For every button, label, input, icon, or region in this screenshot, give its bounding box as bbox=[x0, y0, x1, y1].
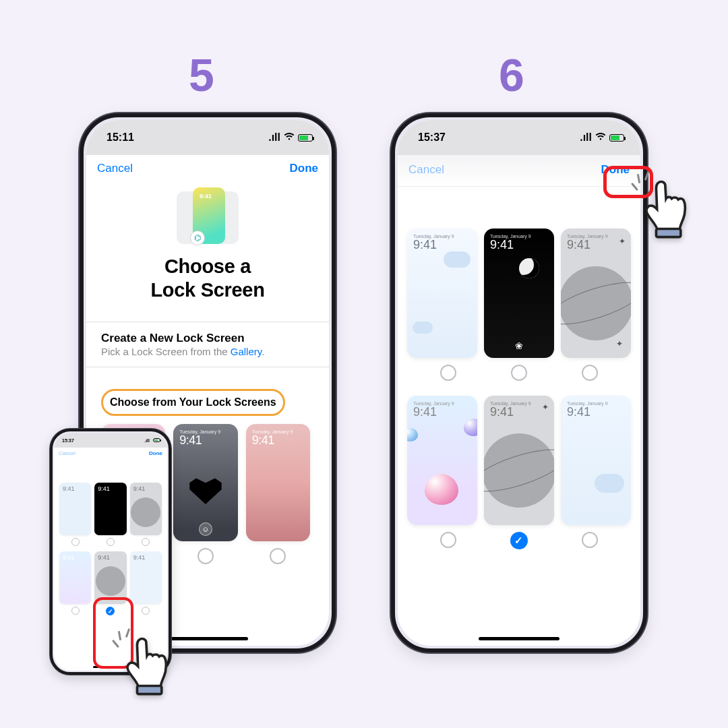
step-number-5: 5 bbox=[189, 49, 214, 101]
cancel-button[interactable]: Cancel bbox=[408, 163, 444, 177]
choose-from-lockscreens-label: Choose from Your Lock Screens bbox=[101, 389, 285, 416]
cancel-button[interactable]: Cancel bbox=[97, 162, 133, 175]
radio-unselected[interactable] bbox=[142, 538, 150, 546]
hero: 9:41 ⌬ Choose a Lock Screen bbox=[86, 183, 329, 312]
wallpaper-thumb-selected[interactable]: Tuesday, January 99:41 ✦ bbox=[484, 396, 554, 525]
emoji-icon: ☺ bbox=[199, 522, 212, 536]
wallpaper-thumb[interactable]: Tuesday, January 99:41 bbox=[407, 229, 477, 358]
done-button[interactable]: Done bbox=[149, 450, 162, 456]
wallpaper-thumb[interactable]: Tuesday, January 99:41 bbox=[561, 396, 631, 525]
nav-bar: Cancel Done bbox=[398, 155, 640, 187]
wallpaper-thumb[interactable]: 9:41 bbox=[59, 483, 91, 535]
wallpaper-thumb[interactable]: Tuesday, January 99:41 ✦ ✦ bbox=[561, 229, 631, 358]
radio-unselected[interactable] bbox=[511, 365, 527, 381]
radio-unselected[interactable] bbox=[582, 532, 598, 548]
battery-icon bbox=[153, 438, 160, 442]
nav-bar: Cancel Done bbox=[86, 155, 329, 183]
step-number-6: 6 bbox=[499, 49, 524, 101]
done-button[interactable]: Done bbox=[601, 163, 630, 177]
create-section: Create a New Lock Screen Pick a Lock Scr… bbox=[86, 322, 329, 357]
gallery-link[interactable]: Gallery bbox=[231, 346, 262, 357]
cancel-button[interactable]: Cancel bbox=[59, 450, 75, 456]
status-bar: 15:11 .ıll bbox=[86, 120, 329, 155]
radio-unselected[interactable] bbox=[582, 365, 598, 381]
home-indicator bbox=[167, 637, 248, 640]
wallpaper-grid: Tuesday, January 99:41 Tuesday, January … bbox=[407, 229, 631, 358]
radio-unselected[interactable] bbox=[270, 548, 286, 564]
radio-unselected[interactable] bbox=[198, 548, 214, 564]
radio-unselected[interactable] bbox=[71, 538, 80, 546]
wallpaper-thumb[interactable]: 9:41 bbox=[59, 551, 91, 604]
paw-icon: ❀ bbox=[515, 340, 523, 351]
battery-icon bbox=[609, 134, 624, 142]
home-indicator bbox=[479, 637, 559, 640]
hero-cards-icon: 9:41 ⌬ bbox=[174, 187, 241, 244]
status-time: 15:37 bbox=[418, 131, 446, 144]
signal-icon: .ıll bbox=[580, 131, 592, 144]
wallpaper-thumb[interactable]: Tuesday, January 99:41 ❀ bbox=[484, 229, 554, 358]
status-bar: 15:37 .ıll bbox=[398, 120, 640, 155]
battery-icon bbox=[298, 134, 313, 142]
radio-unselected[interactable] bbox=[107, 538, 115, 546]
create-title: Create a New Lock Screen bbox=[101, 332, 314, 345]
wallpaper-thumb-selected[interactable]: 9:41 bbox=[94, 551, 126, 604]
svg-rect-0 bbox=[137, 686, 161, 694]
wallpaper-thumb[interactable]: 9:41 bbox=[130, 551, 162, 604]
create-subtitle: Pick a Lock Screen from the Gallery. bbox=[101, 346, 314, 357]
nav-bar: Cancel Done bbox=[54, 448, 167, 460]
tap-pointer-icon bbox=[639, 177, 693, 239]
page-title: Choose a Lock Screen bbox=[150, 255, 264, 303]
wallpaper-thumb[interactable]: 9:41 bbox=[130, 483, 162, 535]
wallpaper-thumb[interactable]: 9:41 bbox=[94, 483, 126, 535]
status-time: 15:11 bbox=[107, 131, 134, 144]
status-icons: .ıll bbox=[580, 131, 624, 144]
phone-mockup-step6: 15:37 .ıll Cancel Done Tuesday, January … bbox=[391, 113, 647, 653]
tap-pointer-icon bbox=[120, 634, 174, 696]
wallpaper-thumb[interactable]: Tuesday, January 9 9:41 ☺ bbox=[173, 424, 237, 541]
wifi-icon bbox=[595, 131, 606, 144]
radio-unselected[interactable] bbox=[71, 607, 80, 615]
wallpaper-grid: Tuesday, January 99:41 Tuesday, January … bbox=[407, 396, 631, 525]
signal-icon: .ıll bbox=[268, 131, 280, 144]
radio-unselected[interactable] bbox=[142, 607, 150, 615]
svg-rect-1 bbox=[656, 229, 680, 237]
wifi-icon bbox=[284, 131, 295, 144]
radio-selected[interactable]: ✓ bbox=[510, 532, 528, 549]
radio-selected[interactable]: ✓ bbox=[106, 607, 115, 615]
status-time: 15:37 bbox=[62, 438, 74, 443]
radio-unselected[interactable] bbox=[440, 365, 456, 381]
wallpaper-thumb[interactable]: Tuesday, January 9 9:41 bbox=[246, 424, 310, 541]
bike-focus-icon: ⌬ bbox=[190, 231, 205, 245]
radio-unselected[interactable] bbox=[440, 532, 456, 548]
status-icons: .ıll bbox=[268, 131, 313, 144]
done-button[interactable]: Done bbox=[290, 162, 319, 175]
wallpaper-thumb[interactable]: Tuesday, January 99:41 bbox=[407, 396, 477, 525]
status-bar: 15:37 .ıll bbox=[54, 433, 167, 448]
